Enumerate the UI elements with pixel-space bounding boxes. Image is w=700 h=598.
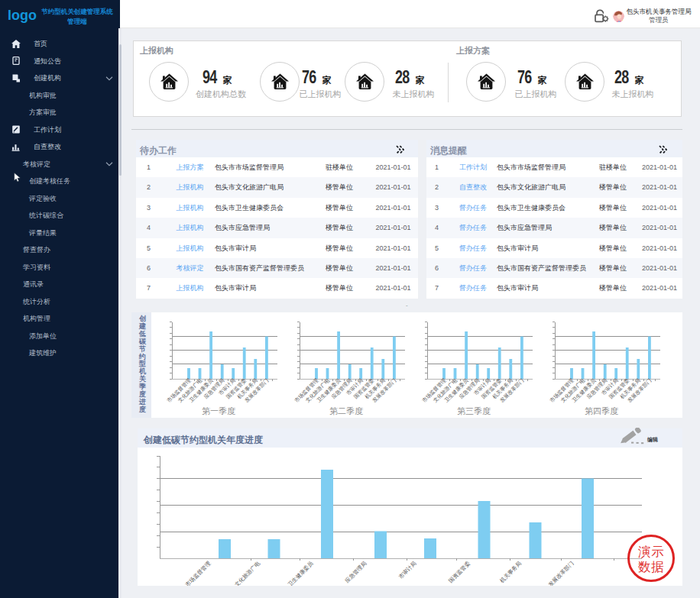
svg-text:应急管理局: 应急管理局 (344, 560, 368, 584)
svg-text:第四季度: 第四季度 (585, 406, 618, 415)
svg-text:卫生健康委员: 卫生健康委员 (287, 559, 315, 586)
svg-text:市场监督管理: 市场监督管理 (184, 560, 212, 586)
svg-text:国资监管委: 国资监管委 (447, 560, 472, 584)
svg-text:机关事务局: 机关事务局 (498, 560, 523, 584)
svg-text:市审计局: 市审计局 (397, 560, 418, 580)
svg-text:第二季度: 第二季度 (329, 406, 363, 415)
svg-text:文化旅游广电: 文化旅游广电 (233, 559, 261, 586)
svg-text:发展改革部门: 发展改革部门 (547, 560, 575, 586)
svg-text:第三季度: 第三季度 (457, 406, 491, 415)
svg-text:第一季度: 第一季度 (202, 406, 235, 415)
